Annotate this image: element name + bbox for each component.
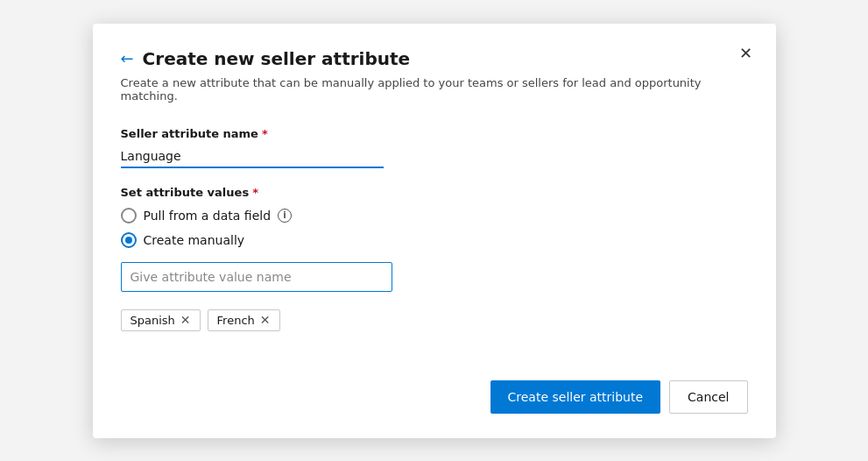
close-button[interactable]: ✕	[734, 41, 759, 66]
radio-create-manually[interactable]: Create manually	[121, 232, 748, 248]
tags-row: Spanish ✕ French ✕	[121, 309, 748, 331]
tag-spanish: Spanish ✕	[121, 309, 201, 331]
seller-attribute-name-label: Seller attribute name *	[121, 127, 748, 140]
info-icon[interactable]: i	[278, 209, 292, 223]
dialog-title: Create new seller attribute	[143, 48, 411, 69]
radio-create-input[interactable]	[121, 232, 137, 248]
radio-create-label: Create manually	[144, 233, 245, 247]
tag-french-label: French	[217, 314, 255, 327]
attribute-value-input[interactable]	[121, 262, 392, 292]
dialog-header: ← Create new seller attribute	[121, 48, 748, 69]
dialog-footer: Create seller attribute Cancel	[121, 366, 748, 414]
radio-pull-label: Pull from a data field	[144, 209, 272, 223]
close-icon: ✕	[739, 46, 752, 61]
cancel-button[interactable]: Cancel	[669, 380, 747, 414]
required-indicator-2: *	[252, 186, 258, 199]
back-icon: ←	[121, 49, 134, 67]
radio-pull-from-data-field[interactable]: Pull from a data field i	[121, 208, 748, 223]
tag-spanish-remove[interactable]: ✕	[180, 314, 191, 326]
seller-attribute-name-input[interactable]	[121, 145, 384, 168]
create-seller-attribute-button[interactable]: Create seller attribute	[490, 380, 661, 414]
dialog: ← Create new seller attribute ✕ Create a…	[93, 24, 776, 438]
tag-french: French ✕	[208, 309, 280, 331]
dialog-subtitle: Create a new attribute that can be manua…	[121, 76, 748, 103]
back-button[interactable]: ←	[121, 49, 134, 67]
set-attribute-values-section: Set attribute values * Pull from a data …	[121, 186, 748, 331]
required-indicator: *	[262, 127, 268, 140]
tag-spanish-label: Spanish	[131, 314, 175, 327]
tag-french-remove[interactable]: ✕	[260, 314, 271, 326]
radio-pull-input[interactable]	[121, 208, 137, 223]
set-attribute-values-label: Set attribute values *	[121, 186, 748, 199]
radio-group: Pull from a data field i Create manually	[121, 208, 748, 248]
seller-attribute-name-section: Seller attribute name *	[121, 127, 748, 168]
